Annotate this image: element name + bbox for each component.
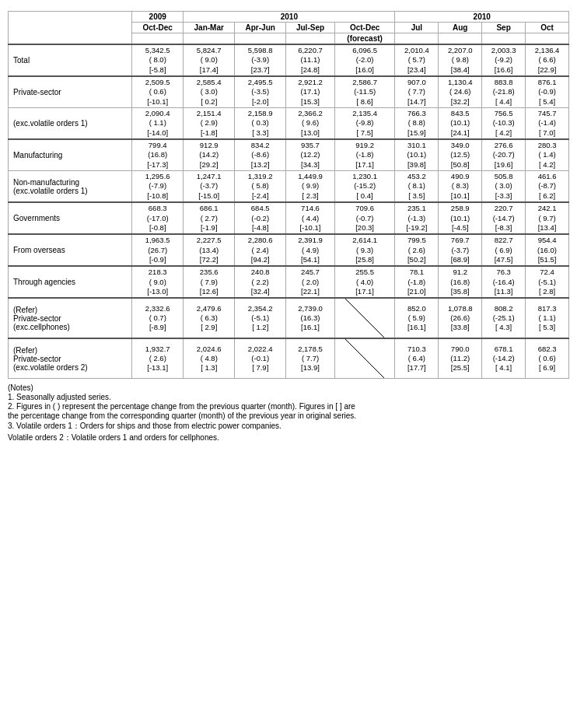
data-cell: 912.9 (14.2) [29.2] xyxy=(184,139,235,171)
data-cell: 935.7 (12.2) [34.3] xyxy=(286,139,335,171)
data-cell: 1,130.4 ( 24.6) [32.2] xyxy=(439,76,482,108)
data-cell: 834.2 (-8.6) [13.2] xyxy=(235,139,286,171)
data-cell: 2,739.0 (16.3) [16.1] xyxy=(286,298,335,338)
data-cell: 242.1 ( 9.7) [13.4] xyxy=(526,202,569,234)
data-cell: 280.3 ( 1.4) [ 4.2] xyxy=(526,139,569,171)
note-line: 2. Figures in ( ) represent the percenta… xyxy=(8,402,569,411)
data-cell: 1,319.2 ( 5.8) [-2.4] xyxy=(235,171,286,203)
data-cell: 245.7 ( 2.0) [22.1] xyxy=(286,266,335,298)
col-octsub xyxy=(526,33,569,45)
data-cell: 790.0 (11.2) [25.5] xyxy=(439,338,482,379)
note-line: Volatile orders 2：Volatile orders 1 and … xyxy=(8,432,569,443)
data-cell: 1,078.8 (26.6) [33.8] xyxy=(439,298,482,338)
col-2010-header: 2010 xyxy=(184,12,395,23)
data-cell xyxy=(334,298,395,338)
col-julsub xyxy=(395,33,439,45)
data-cell: 745.7 (-1.4) [ 7.0] xyxy=(526,108,569,140)
data-cell: 1,449.9 ( 9.9) [ 2.3] xyxy=(286,171,335,203)
data-cell: 453.2 ( 8.1) [ 3.5] xyxy=(395,171,439,203)
data-cell: 490.9 ( 8.3) [10.1] xyxy=(439,171,482,203)
col-label-header xyxy=(9,12,132,45)
data-cell: 2,024.6 ( 4.8) [ 1.3] xyxy=(184,338,235,379)
data-cell: 2,136.4 ( 6.6) [22.9] xyxy=(526,44,569,76)
col-augsub xyxy=(439,33,482,45)
data-cell: 6,096.5 (-2.0) [16.0] xyxy=(334,44,395,76)
note-line: (Notes) xyxy=(8,383,569,392)
data-cell: 235.6 ( 7.9) [12.6] xyxy=(184,266,235,298)
data-cell: 822.7 ( 6.9) [47.5] xyxy=(482,234,526,266)
data-cell: 255.5 ( 4.0) [17.1] xyxy=(334,266,395,298)
data-cell: 2,010.4 ( 5.7) [23.4] xyxy=(395,44,439,76)
col-janmar-header: Jan-Mar xyxy=(184,23,235,33)
data-cell: 686.1 ( 2.7) [-1.9] xyxy=(184,202,235,234)
data-cell: 6,220.7 (11.1) [24.8] xyxy=(286,44,335,76)
data-cell: 258.9 (10.1) [-4.5] xyxy=(439,202,482,234)
data-cell: 2,586.7 (-11.5) [ 8.6] xyxy=(334,76,395,108)
data-cell: 2,227.5 (13.4) [72.2] xyxy=(184,234,235,266)
data-cell xyxy=(334,338,395,379)
main-table: 2009 2010 2010 Oct-Dec Jan-Mar Apr-Jun J… xyxy=(8,11,569,379)
data-cell: 5,342.5 ( 8.0) [-5.8] xyxy=(132,44,184,76)
col-oct-header: Oct xyxy=(526,23,569,33)
note-line: 1. Seasonally adjusted series. xyxy=(8,393,569,401)
data-cell: 2,509.5 ( 0.6) [-10.1] xyxy=(132,76,184,108)
data-cell: 2,158.9 ( 0.3) [ 3.3] xyxy=(235,108,286,140)
note-line: 3. Volatile orders 1：Orders for ships an… xyxy=(8,421,569,432)
data-cell: 2,391.9 ( 4.9) [54.1] xyxy=(286,234,335,266)
row-label: Private-sector xyxy=(9,76,132,108)
svg-line-1 xyxy=(345,339,384,378)
data-cell: 883.8 (-21.8) [ 4.4] xyxy=(482,76,526,108)
data-cell: 710.3 ( 6.4) [17.7] xyxy=(395,338,439,379)
data-cell: 218.3 ( 9.0) [-13.0] xyxy=(132,266,184,298)
data-cell: 91.2 (16.8) [35.8] xyxy=(439,266,482,298)
data-cell: 349.0 (12.5) [50.8] xyxy=(439,139,482,171)
data-cell: 756.5 (-10.3) [ 4.2] xyxy=(482,108,526,140)
data-cell: 817.3 ( 1.1) [ 5.3] xyxy=(526,298,569,338)
data-cell: 78.1 (-1.8) [21.0] xyxy=(395,266,439,298)
data-cell: 72.4 (-5.1) [ 2.8] xyxy=(526,266,569,298)
data-cell: 709.6 (-0.7) [20.3] xyxy=(334,202,395,234)
data-cell: 2,495.5 (-3.5) [-2.0] xyxy=(235,76,286,108)
data-cell: 684.5 (-0.2) [-4.8] xyxy=(235,202,286,234)
data-cell: 240.8 ( 2.2) [32.4] xyxy=(235,266,286,298)
data-cell: 2,614.1 ( 9.3) [25.8] xyxy=(334,234,395,266)
data-cell: 220.7 (-14.7) [-8.3] xyxy=(482,202,526,234)
data-cell: 276.6 (-20.7) [19.6] xyxy=(482,139,526,171)
data-cell: 2,366.2 ( 9.6) [13.0] xyxy=(286,108,335,140)
data-cell: 76.3 (-16.4) [11.3] xyxy=(482,266,526,298)
row-label: (Refer) Private-sector (exc.cellphones) xyxy=(9,298,132,338)
data-cell: 505.8 ( 3.0) [-3.3] xyxy=(482,171,526,203)
col-aug-header: Aug xyxy=(439,23,482,33)
data-cell: 2,178.5 ( 7.7) [13.9] xyxy=(286,338,335,379)
data-cell: 310.1 (10.1) [39.8] xyxy=(395,139,439,171)
data-cell: 668.3 (-17.0) [-0.8] xyxy=(132,202,184,234)
svg-line-0 xyxy=(345,299,384,338)
data-cell: 1,295.6 (-7.9) [-10.8] xyxy=(132,171,184,203)
row-label: Manufacturing xyxy=(9,139,132,171)
note-line: the percentage change from the correspon… xyxy=(8,411,569,420)
data-cell: 1,963.5 (26.7) [-0.9] xyxy=(132,234,184,266)
data-cell: 919.2 (-1.8) [17.1] xyxy=(334,139,395,171)
col-octdec09-header: Oct-Dec xyxy=(132,23,184,33)
row-label: From overseas xyxy=(9,234,132,266)
data-cell: 2,354.2 (-5.1) [ 1.2] xyxy=(235,298,286,338)
data-cell: 2,151.4 ( 2.9) [-1.8] xyxy=(184,108,235,140)
data-cell: 461.6 (-8.7) [ 6.2] xyxy=(526,171,569,203)
row-label: Non-manufacturing (exc.volatile orders 1… xyxy=(9,171,132,203)
data-cell: 843.5 (10.1) [24.1] xyxy=(439,108,482,140)
col-aprjun-header: Apr-Jun xyxy=(235,23,286,33)
row-label: (Refer) Private-sector (exc.volatile ord… xyxy=(9,338,132,379)
data-cell: 876.1 (-0.9) [ 5.4] xyxy=(526,76,569,108)
data-cell: 1,230.1 (-15.2) [ 0.4] xyxy=(334,171,395,203)
col-julsep-header: Jul-Sep xyxy=(286,23,335,33)
data-cell: 2,135.4 (-9.8) [ 7.5] xyxy=(334,108,395,140)
data-cell: 766.3 ( 8.8) [15.9] xyxy=(395,108,439,140)
data-cell: 235.1 (-1.3) [-19.2] xyxy=(395,202,439,234)
data-cell: 5,598.8 (-3.9) [23.7] xyxy=(235,44,286,76)
data-cell: 2,090.4 ( 1.1) [-14.0] xyxy=(132,108,184,140)
col-octdec10-header: Oct-Dec xyxy=(334,23,395,33)
col-sep-header: Sep xyxy=(482,23,526,33)
data-cell: 2,921.2 (17.1) [15.3] xyxy=(286,76,335,108)
col-2009-header: 2009 xyxy=(132,12,184,23)
col-2009sub xyxy=(132,33,184,45)
